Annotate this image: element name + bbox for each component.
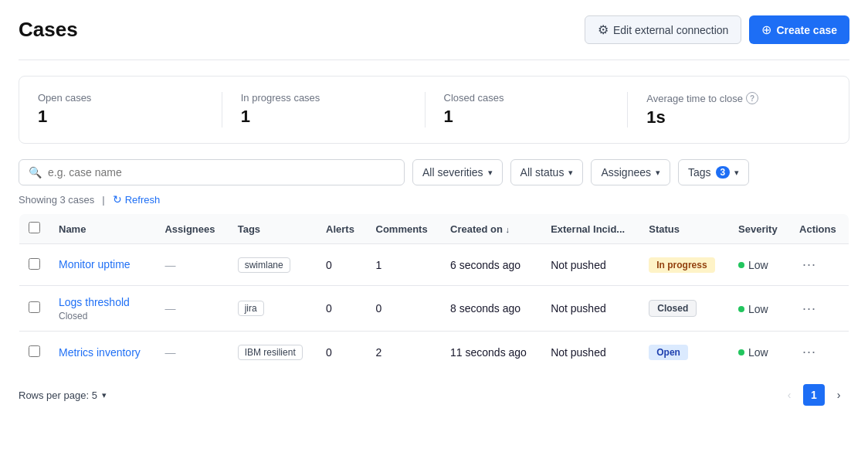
row-alerts-2: 0 bbox=[317, 332, 366, 373]
create-case-button[interactable]: ⊕ Create case bbox=[749, 15, 849, 44]
severity-dot-0: Low bbox=[738, 259, 768, 271]
stat-open-cases-label: Open cases bbox=[38, 92, 222, 104]
row-assignees-1: — bbox=[155, 286, 228, 332]
row-actions-0: ··· bbox=[790, 244, 849, 286]
row-status-1: Closed bbox=[639, 286, 729, 332]
refresh-button[interactable]: ↻ Refresh bbox=[113, 193, 161, 206]
tags-filter[interactable]: Tags 3 ▾ bbox=[678, 159, 749, 185]
chevron-down-icon: ▾ bbox=[734, 168, 739, 178]
col-status: Status bbox=[639, 214, 729, 244]
row-name-0: Monitor uptime bbox=[49, 244, 155, 286]
stat-closed-cases: Closed cases 1 bbox=[425, 92, 628, 128]
next-page-button[interactable]: › bbox=[828, 384, 849, 406]
row-created-on-2: 11 seconds ago bbox=[441, 332, 541, 373]
cases-table: Name Assignees Tags Alerts Comments Crea… bbox=[19, 213, 849, 373]
search-box[interactable]: 🔍 bbox=[19, 159, 405, 185]
row-actions-button-1[interactable]: ··· bbox=[799, 298, 819, 320]
table-header-row: Name Assignees Tags Alerts Comments Crea… bbox=[19, 214, 849, 244]
chevron-down-icon: ▾ bbox=[102, 390, 107, 400]
prev-page-button[interactable]: ‹ bbox=[778, 384, 800, 406]
settings-icon: ⚙ bbox=[598, 22, 609, 37]
stat-avg-time: Average time to close ? 1s bbox=[627, 92, 830, 128]
avg-time-info-icon[interactable]: ? bbox=[746, 92, 758, 104]
status-badge-1: Closed bbox=[649, 300, 697, 317]
row-comments-0: 1 bbox=[367, 244, 442, 286]
stat-in-progress-label: In progress cases bbox=[241, 92, 425, 104]
page-title: Cases bbox=[19, 18, 78, 42]
rows-per-page-selector[interactable]: Rows per page: 5 ▾ bbox=[19, 389, 107, 401]
stat-open-cases: Open cases 1 bbox=[38, 92, 222, 128]
row-alerts-0: 0 bbox=[317, 244, 366, 286]
col-created-on[interactable]: Created on ↓ bbox=[441, 214, 541, 244]
row-comments-2: 2 bbox=[367, 332, 442, 373]
table-meta: Showing 3 cases | ↻ Refresh bbox=[19, 193, 849, 206]
row-actions-button-0[interactable]: ··· bbox=[799, 253, 819, 276]
row-created-on-1: 8 seconds ago bbox=[441, 286, 541, 332]
case-name-link-0[interactable]: Monitor uptime bbox=[59, 257, 146, 271]
stat-avg-time-label: Average time to close ? bbox=[646, 92, 830, 104]
severity-green-dot-2 bbox=[738, 349, 744, 355]
case-name-link-2[interactable]: Metrics inventory bbox=[59, 345, 146, 359]
row-checkbox-2 bbox=[19, 332, 50, 373]
col-comments: Comments bbox=[367, 214, 442, 244]
row-name-1: Logs threshold Closed bbox=[49, 286, 155, 332]
row-severity-2: Low bbox=[729, 332, 790, 373]
row-name-2: Metrics inventory bbox=[49, 332, 155, 373]
tag-chip-2: IBM resilient bbox=[238, 345, 303, 360]
row-actions-2: ··· bbox=[790, 332, 849, 373]
stat-closed-value: 1 bbox=[444, 107, 628, 127]
edit-external-connection-button[interactable]: ⚙ Edit external connection bbox=[585, 15, 741, 44]
row-tags-0: swimlane bbox=[229, 244, 317, 286]
stat-open-cases-value: 1 bbox=[38, 107, 222, 127]
refresh-icon: ↻ bbox=[113, 193, 122, 206]
search-icon: 🔍 bbox=[29, 166, 42, 179]
row-select-checkbox-2[interactable] bbox=[29, 345, 40, 357]
header-actions: ⚙ Edit external connection ⊕ Create case bbox=[585, 15, 849, 44]
row-actions-1: ··· bbox=[790, 286, 849, 332]
case-sub-1: Closed bbox=[59, 311, 146, 321]
severity-dot-1: Low bbox=[738, 303, 768, 315]
col-external-incident: External Incid... bbox=[541, 214, 639, 244]
assignees-filter[interactable]: Assignees ▾ bbox=[591, 159, 670, 185]
chevron-down-icon: ▾ bbox=[568, 168, 573, 178]
status-badge-0: In progress bbox=[649, 257, 714, 273]
row-assignees-2: — bbox=[155, 332, 228, 373]
tag-chip-1: jira bbox=[238, 301, 264, 316]
row-tags-1: jira bbox=[229, 286, 317, 332]
row-external-0: Not pushed bbox=[541, 244, 639, 286]
row-assignees-0: — bbox=[155, 244, 228, 286]
row-alerts-1: 0 bbox=[317, 286, 366, 332]
col-tags: Tags bbox=[229, 214, 317, 244]
showing-count: Showing 3 cases bbox=[19, 194, 94, 206]
page-navigation: ‹ 1 › bbox=[778, 384, 849, 406]
row-select-checkbox-0[interactable] bbox=[29, 258, 40, 270]
row-severity-0: Low bbox=[729, 244, 790, 286]
header-divider bbox=[19, 60, 849, 60]
row-external-2: Not pushed bbox=[541, 332, 639, 373]
severity-dot-2: Low bbox=[738, 346, 768, 359]
page-1-button[interactable]: 1 bbox=[803, 384, 825, 406]
row-status-0: In progress bbox=[639, 244, 729, 286]
table-row: Monitor uptime — swimlane 0 1 6 seconds … bbox=[19, 244, 849, 286]
status-filter[interactable]: All status ▾ bbox=[510, 159, 584, 185]
row-status-2: Open bbox=[639, 332, 729, 373]
search-input[interactable] bbox=[48, 166, 395, 179]
row-actions-button-2[interactable]: ··· bbox=[799, 341, 819, 363]
stat-in-progress-cases: In progress cases 1 bbox=[222, 92, 425, 128]
row-comments-1: 0 bbox=[367, 286, 442, 332]
case-name-link-1[interactable]: Logs threshold bbox=[59, 295, 146, 309]
severity-green-dot-0 bbox=[738, 262, 744, 268]
chevron-down-icon: ▾ bbox=[488, 168, 493, 178]
tag-chip-0: swimlane bbox=[238, 257, 290, 273]
stat-in-progress-value: 1 bbox=[241, 107, 425, 127]
meta-divider: | bbox=[102, 194, 104, 206]
chevron-down-icon: ▾ bbox=[656, 168, 660, 178]
row-select-checkbox-1[interactable] bbox=[29, 301, 40, 313]
select-all-checkbox[interactable] bbox=[29, 222, 40, 233]
col-assignees: Assignees bbox=[155, 214, 228, 244]
col-name: Name bbox=[49, 214, 155, 244]
severity-filter[interactable]: All severities ▾ bbox=[412, 159, 503, 185]
table-row: Metrics inventory — IBM resilient 0 2 11… bbox=[19, 332, 849, 373]
pagination: Rows per page: 5 ▾ ‹ 1 › bbox=[19, 373, 849, 406]
stat-avg-time-value: 1s bbox=[646, 107, 830, 128]
